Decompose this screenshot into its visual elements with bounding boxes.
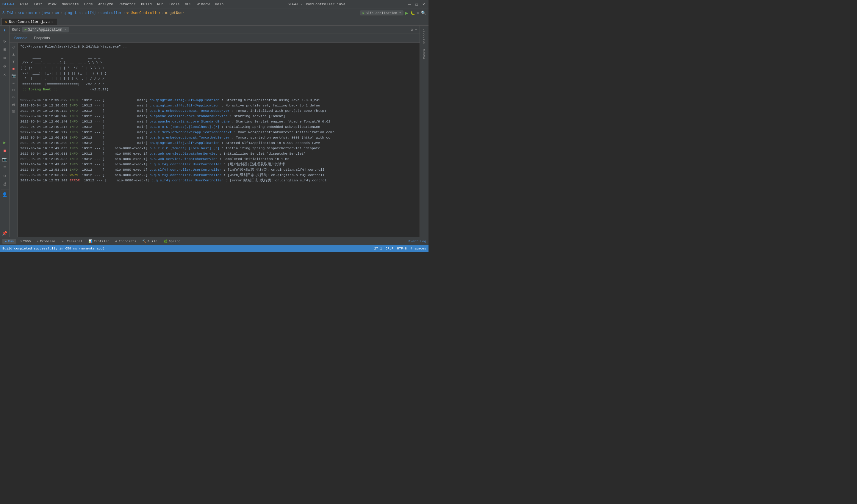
menu-code[interactable]: Code — [82, 2, 95, 7]
menu-refactor[interactable]: Refactor — [116, 2, 138, 7]
close-button[interactable]: ✕ — [421, 2, 426, 7]
console-tab-btn[interactable]: Console — [12, 35, 30, 41]
scroll-up-icon[interactable]: ▲ — [11, 51, 17, 58]
breadcrumb-java[interactable]: java — [41, 11, 50, 15]
run-minimize-icon[interactable]: ─ — [415, 27, 417, 32]
sidebar-expand-icon[interactable]: ⊞ — [1, 54, 9, 62]
sidebar-stop-icon[interactable]: ■ — [1, 147, 9, 155]
endpoints-tab-icon: ⊕ — [116, 239, 118, 243]
bottom-tab-profiler[interactable]: 📊 Profiler — [86, 239, 112, 244]
breadcrumb-cn[interactable]: cn — [55, 11, 59, 15]
sidebar-close-icon[interactable]: ✕ — [1, 70, 9, 78]
console-output[interactable]: "C:\Program Files\Java\jdk1.8.0_241\bin\… — [18, 43, 420, 237]
print-run-icon[interactable]: 🖨 — [11, 101, 17, 108]
problems-tab-label: Problems — [40, 240, 56, 243]
breadcrumb-src[interactable]: src — [18, 11, 24, 15]
breadcrumb-getuser[interactable]: m getUser — [165, 11, 184, 15]
run-app-tab[interactable]: ▶ Slf4JApplication ✕ — [22, 27, 69, 32]
spring-tab-label: Spring — [169, 240, 181, 243]
editor-tabs-bar: ⊙ UserController.java ✕ — [0, 17, 428, 25]
list-run-icon[interactable]: ≡ — [11, 80, 17, 86]
log-line: 2022-05-04 19:12:49.034 INFO 19312 --- [… — [18, 156, 420, 162]
log-line: 2022-05-04 19:12:49.045 INFO 19312 --- [… — [18, 162, 420, 167]
bottom-tab-todo[interactable]: ☑ TODO — [17, 239, 33, 244]
bottom-tab-spring[interactable]: 🌿 Spring — [161, 239, 183, 244]
log-line: 2022-05-04 19:12:39.699 INFO 19312 --- [… — [18, 98, 420, 103]
run-button[interactable]: ▶ — [405, 10, 408, 16]
bottom-tab-build[interactable]: 🔨 Build — [140, 239, 160, 244]
menu-build[interactable]: Build — [139, 2, 154, 7]
run-settings-icon[interactable]: ⚙ — [411, 27, 413, 32]
encoding[interactable]: UTF-8 — [397, 247, 407, 250]
menu-analyze[interactable]: Analyze — [96, 2, 116, 7]
breadcrumb-slf4j2[interactable]: slf4j — [85, 11, 96, 15]
sidebar-print-icon[interactable]: 🖨 — [1, 180, 9, 188]
settings-icon[interactable]: ⚙ — [417, 11, 419, 15]
window-controls: ─ □ ✕ — [407, 2, 426, 7]
bottom-tab-endpoints[interactable]: ⊕ Endpoints — [113, 239, 139, 244]
main-area: P ↻ ⊟ ⊞ ⚙ ✕ ▶ ■ 📷 ≡ ⊖ 🖨 👤 📌 Run: ▶ Slf4J… — [0, 25, 428, 237]
sidebar-project-icon[interactable]: P — [1, 27, 9, 34]
endpoints-tab-btn[interactable]: Endpoints — [32, 35, 52, 41]
left-sidebar: P ↻ ⊟ ⊞ ⚙ ✕ ▶ ■ 📷 ≡ ⊖ 🖨 👤 📌 — [0, 25, 10, 237]
log-lines-container: 2022-05-04 19:12:39.699 INFO 19312 --- [… — [18, 98, 420, 183]
indent-size[interactable]: 4 spaces — [410, 247, 426, 250]
cursor-position[interactable]: 27:1 — [374, 247, 382, 250]
filter-run-icon[interactable]: ⊟ — [11, 87, 17, 93]
menu-tools[interactable]: Tools — [167, 2, 182, 7]
menu-view[interactable]: View — [46, 2, 59, 7]
trash-run-icon[interactable]: 🗑 — [11, 108, 17, 115]
build-status-text: Build completed successfully in 659 ms (… — [2, 247, 104, 250]
sidebar-settings-icon[interactable]: ⚙ — [1, 62, 9, 70]
endpoints-tab-label: Endpoints — [118, 240, 136, 243]
breadcrumb-main[interactable]: main — [29, 11, 37, 15]
right-tab-maven[interactable]: Maven — [422, 47, 426, 60]
run-tab-bar: Run: ▶ Slf4JApplication ✕ ⚙ ─ — [10, 25, 420, 34]
menu-edit[interactable]: Edit — [32, 2, 45, 7]
breadcrumb-qingtian[interactable]: qingtian — [64, 11, 81, 15]
stop-run-icon[interactable]: ■ — [11, 65, 17, 72]
sidebar-pin-icon[interactable]: 📌 — [1, 229, 9, 237]
camera-run-icon[interactable]: 📷 — [11, 72, 17, 79]
bottom-tab-run[interactable]: ▶ Run — [2, 239, 16, 244]
log-line: 2022-05-04 19:12:53.102 ERROR 19312 --- … — [18, 178, 420, 183]
rerun-icon[interactable]: ↺ — [11, 44, 17, 51]
tab-close-icon[interactable]: ✕ — [51, 20, 53, 24]
menu-run[interactable]: Run — [155, 2, 166, 7]
console-banner-1: /\\ / ___'_ __ _ _(_)_ __ __ _ \ \ \ \ — [18, 60, 420, 65]
console-empty-2 — [18, 92, 420, 98]
debug-button[interactable]: 🐛 — [410, 11, 415, 15]
right-tab-database[interactable]: Database — [422, 27, 426, 46]
event-log-link[interactable]: Event Log — [408, 240, 426, 243]
log-line: 2022-05-04 19:12:53.102 WARN 19312 --- [… — [18, 172, 420, 178]
log-line: 2022-05-04 19:12:40.140 INFO 19312 --- [… — [18, 119, 420, 124]
search-icon[interactable]: 🔍 — [421, 11, 426, 15]
menu-file[interactable]: File — [18, 2, 31, 7]
tab-usercontroller[interactable]: ⊙ UserController.java ✕ — [1, 18, 57, 25]
run-tab-close-icon[interactable]: ✕ — [65, 28, 66, 32]
sidebar-run-icon[interactable]: ▶ — [1, 139, 9, 146]
minimize-button[interactable]: ─ — [407, 2, 412, 7]
breadcrumb-slf4j[interactable]: SLF4J — [2, 11, 13, 15]
app-logo: SLF4J — [2, 2, 14, 6]
sidebar-user-icon[interactable]: 👤 — [1, 191, 9, 198]
breadcrumb-controller[interactable]: controller — [101, 11, 122, 15]
line-ending[interactable]: CRLF — [386, 247, 393, 250]
run-side-toolbar: ↺ ▲ ▼ ■ 📷 ≡ ⊟ ⊖ 🖨 🗑 — [10, 43, 18, 237]
log-line: 2022-05-04 19:12:53.101 INFO 19312 --- [… — [18, 167, 420, 172]
split-run-icon[interactable]: ⊖ — [11, 94, 17, 101]
bottom-tab-terminal[interactable]: >_ Terminal — [59, 239, 85, 244]
sidebar-split-icon[interactable]: ⊖ — [1, 172, 9, 179]
scroll-down-icon[interactable]: ▼ — [11, 58, 17, 65]
menu-window[interactable]: Window — [194, 2, 212, 7]
menu-vcs[interactable]: VCS — [183, 2, 194, 7]
sidebar-list-icon[interactable]: ≡ — [1, 163, 9, 171]
sidebar-camera-icon[interactable]: 📷 — [1, 155, 9, 163]
menu-help[interactable]: Help — [213, 2, 226, 7]
breadcrumb-usercontroller[interactable]: ⊙ UserController — [127, 11, 161, 15]
sidebar-collapse-icon[interactable]: ⊟ — [1, 46, 9, 53]
sidebar-refresh-icon[interactable]: ↻ — [1, 37, 9, 45]
bottom-tab-problems[interactable]: ⚠ Problems — [34, 239, 58, 244]
menu-navigate[interactable]: Navigate — [59, 2, 81, 7]
maximize-button[interactable]: □ — [414, 2, 419, 7]
